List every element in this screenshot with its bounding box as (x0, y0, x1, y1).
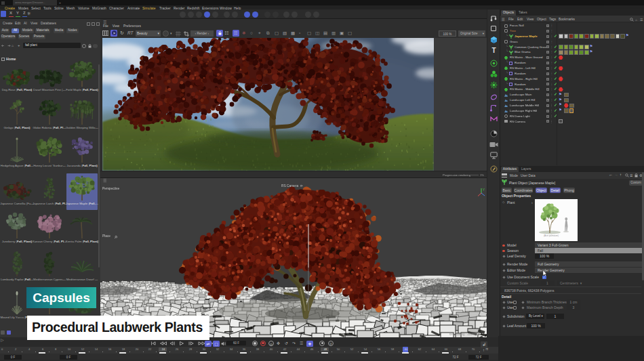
svg-text:(Acer palmatum): (Acer palmatum) (544, 234, 559, 237)
svg-text:Y: Y (483, 188, 485, 192)
